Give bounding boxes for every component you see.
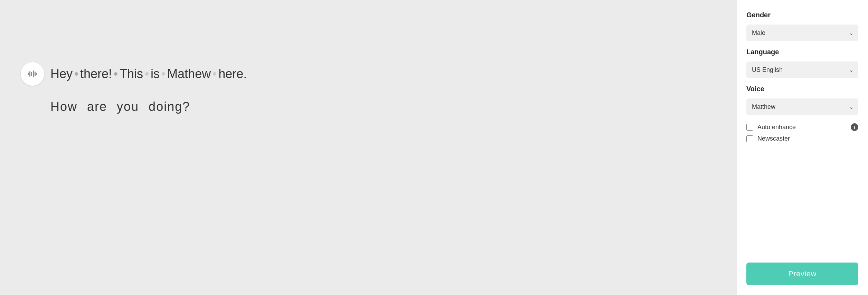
panel-spacer — [746, 149, 858, 256]
auto-enhance-checkbox[interactable] — [746, 124, 753, 131]
gender-select-wrapper: Male Female ⌄ — [746, 25, 858, 41]
svg-rect-5 — [36, 73, 37, 75]
settings-panel: Gender Male Female ⌄ Language US English… — [737, 0, 868, 295]
auto-enhance-label[interactable]: Auto enhance — [757, 124, 796, 131]
preview-button[interactable]: Preview — [746, 263, 858, 285]
audio-text-row: Heythere!ThisisMathewhere. — [21, 62, 247, 86]
svg-rect-2 — [31, 72, 32, 76]
language-select[interactable]: US English UK English Australian English — [746, 61, 858, 78]
word-is: is — [151, 67, 160, 81]
gender-label: Gender — [746, 11, 858, 19]
voice-select-wrapper: Matthew Joanna Salli ⌄ — [746, 98, 858, 115]
transcript-content: Heythere!ThisisMathewhere. How are you d… — [21, 62, 247, 114]
voice-label: Voice — [746, 85, 858, 93]
voice-select[interactable]: Matthew Joanna Salli — [746, 98, 858, 115]
svg-rect-0 — [28, 73, 29, 75]
language-select-wrapper: US English UK English Australian English… — [746, 61, 858, 78]
language-section: Language US English UK English Australia… — [746, 48, 858, 78]
audio-waveform-icon[interactable] — [21, 62, 44, 86]
svg-rect-1 — [29, 71, 30, 77]
newscaster-row: Newscaster — [746, 135, 858, 142]
word-doing: doing? — [149, 99, 190, 114]
auto-enhance-row: Auto enhance i — [746, 123, 858, 131]
language-label: Language — [746, 48, 858, 56]
checkboxes-section: Auto enhance i Newscaster — [746, 122, 858, 142]
voice-section: Voice Matthew Joanna Salli ⌄ — [746, 85, 858, 115]
transcript-line-2: How are you doing? — [21, 99, 247, 114]
auto-enhance-info-icon[interactable]: i — [851, 123, 858, 131]
transcript-line-1: Heythere!ThisisMathewhere. — [50, 67, 247, 81]
svg-rect-4 — [35, 72, 36, 76]
svg-rect-3 — [33, 70, 34, 77]
newscaster-checkbox[interactable] — [746, 135, 753, 142]
word-how: How — [50, 99, 77, 114]
gender-select[interactable]: Male Female — [746, 25, 858, 41]
main-content-area: Heythere!ThisisMathewhere. How are you d… — [0, 0, 737, 295]
word-are: are — [87, 99, 107, 114]
word-hey: Hey — [50, 67, 73, 81]
gender-section: Gender Male Female ⌄ — [746, 11, 858, 41]
word-this: This — [120, 67, 143, 81]
word-there: there! — [80, 67, 112, 81]
word-here: here. — [218, 67, 247, 81]
newscaster-label[interactable]: Newscaster — [757, 135, 790, 142]
word-mathew: Mathew — [167, 67, 211, 81]
word-you: you — [117, 99, 139, 114]
